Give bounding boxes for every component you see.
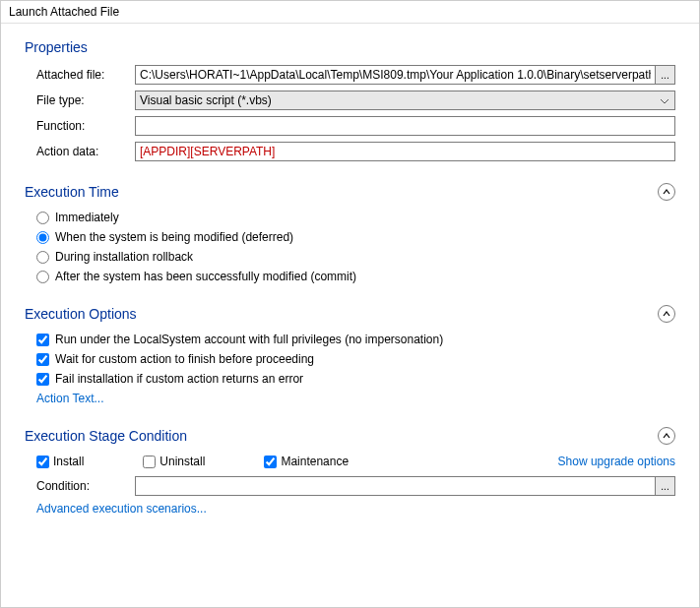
file-type-select[interactable]: Visual basic script (*.vbs) — [135, 91, 675, 110]
advanced-scenarios-link[interactable]: Advanced execution scenarios... — [36, 502, 207, 516]
collapse-button[interactable] — [658, 183, 675, 201]
execution-stage-heading: Execution Stage Condition — [25, 428, 187, 444]
condition-browse-button[interactable]: ... — [656, 476, 675, 496]
action-data-input[interactable] — [135, 142, 675, 161]
check-fail[interactable] — [36, 373, 49, 386]
execution-time-section: Execution Time Immediately When the syst… — [25, 183, 675, 283]
check-install[interactable] — [36, 456, 49, 468]
action-text-link[interactable]: Action Text... — [36, 392, 103, 405]
radio-deferred-label: When the system is being modified (defer… — [55, 230, 293, 244]
content-area: Properties Attached file: ... File type:… — [1, 24, 699, 607]
radio-deferred[interactable] — [36, 231, 49, 244]
check-wait[interactable] — [36, 353, 49, 366]
properties-heading: Properties — [25, 39, 88, 55]
execution-time-heading: Execution Time — [25, 184, 119, 200]
show-upgrade-link[interactable]: Show upgrade options — [558, 455, 675, 468]
execution-stage-section: Execution Stage Condition Install Uninst… — [25, 427, 675, 516]
radio-rollback[interactable] — [36, 251, 49, 264]
browse-button[interactable]: ... — [656, 65, 675, 85]
action-data-label: Action data: — [36, 145, 135, 158]
radio-commit[interactable] — [36, 271, 49, 283]
window-title: Launch Attached File — [1, 1, 699, 24]
check-localsystem[interactable] — [36, 334, 49, 346]
collapse-button[interactable] — [658, 305, 675, 323]
check-maintenance[interactable] — [264, 456, 277, 468]
collapse-button[interactable] — [658, 427, 675, 445]
file-type-label: File type: — [36, 93, 135, 107]
function-label: Function: — [36, 119, 135, 133]
check-uninstall[interactable] — [143, 456, 156, 468]
radio-commit-label: After the system has been successfully m… — [55, 270, 356, 283]
check-localsystem-label: Run under the LocalSystem account with f… — [55, 333, 443, 346]
execution-options-section: Execution Options Run under the LocalSys… — [25, 305, 675, 405]
window: Launch Attached File Properties Attached… — [0, 0, 700, 608]
radio-immediately-label: Immediately — [55, 211, 119, 224]
radio-rollback-label: During installation rollback — [55, 250, 193, 264]
chevron-up-icon — [662, 309, 671, 319]
function-input[interactable] — [135, 116, 675, 136]
execution-options-heading: Execution Options — [25, 306, 137, 322]
condition-label: Condition: — [36, 479, 135, 493]
check-install-label: Install — [53, 455, 84, 468]
chevron-up-icon — [662, 187, 671, 197]
attached-file-input[interactable] — [135, 65, 656, 85]
check-uninstall-label: Uninstall — [159, 455, 205, 468]
check-maintenance-label: Maintenance — [281, 455, 349, 468]
radio-immediately[interactable] — [36, 212, 49, 224]
check-wait-label: Wait for custom action to finish before … — [55, 352, 314, 366]
condition-input[interactable] — [135, 476, 656, 496]
properties-section: Properties Attached file: ... File type:… — [25, 39, 675, 161]
chevron-up-icon — [662, 431, 671, 441]
attached-file-label: Attached file: — [36, 68, 135, 82]
check-fail-label: Fail installation if custom action retur… — [55, 372, 303, 386]
